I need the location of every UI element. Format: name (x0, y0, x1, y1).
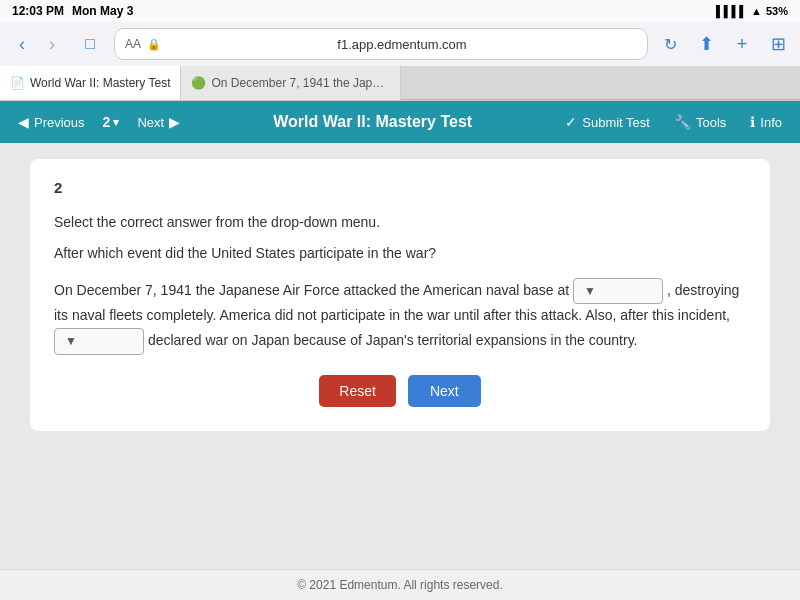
submit-icon: ✓ (565, 114, 577, 130)
info-label: Info (760, 115, 782, 130)
tab-switcher-button[interactable]: ⊞ (764, 30, 792, 58)
tools-label: Tools (696, 115, 726, 130)
reset-button[interactable]: Reset (319, 375, 396, 407)
tab2-label: On December 7, 1941 the Japanese Air For… (211, 76, 390, 90)
back-button[interactable]: ‹ (8, 30, 36, 58)
battery-icon: 53% (766, 5, 788, 17)
url-text: f1.app.edmentum.com (167, 37, 637, 52)
tools-button[interactable]: 🔧 Tools (664, 108, 736, 136)
signal-icon: ▌▌▌▌ (716, 5, 747, 17)
tab2-icon: 🟢 (191, 76, 206, 90)
status-time: 12:03 PM (12, 4, 64, 18)
question-number-selector[interactable]: 2 ▾ (95, 110, 128, 134)
footer: © 2021 Edmentum. All rights reserved. (0, 569, 800, 600)
previous-button[interactable]: ◀ Previous (8, 108, 95, 136)
next-button[interactable]: Next ▶ (127, 108, 190, 136)
page-title: World War II: Mastery Test (190, 113, 555, 131)
dropdown2-arrow-icon: ▼ (65, 331, 77, 351)
status-bar: 12:03 PM Mon May 3 ▌▌▌▌ ▲ 53% (0, 0, 800, 22)
next-icon: ▶ (169, 114, 180, 130)
question-number: 2 (54, 179, 746, 196)
forward-button[interactable]: › (38, 30, 66, 58)
info-icon: ℹ (750, 114, 755, 130)
question-num-value: 2 (103, 114, 111, 130)
question-body: On December 7, 1941 the Japanese Air For… (54, 278, 746, 355)
question-prompt: After which event did the United States … (54, 243, 746, 264)
footer-text: © 2021 Edmentum. All rights reserved. (297, 578, 503, 592)
status-icons: ▌▌▌▌ ▲ 53% (716, 5, 788, 17)
previous-icon: ◀ (18, 114, 29, 130)
text-before-dropdown1: On December 7, 1941 the Japanese Air For… (54, 282, 569, 298)
tab1-label: World War II: Mastery Test (30, 76, 170, 90)
browser-tabs: 📄 World War II: Mastery Test 🟢 On Decemb… (0, 66, 800, 100)
info-button[interactable]: ℹ Info (740, 108, 792, 136)
action-row: Reset Next (54, 375, 746, 407)
next-question-button[interactable]: Next (408, 375, 481, 407)
submit-test-button[interactable]: ✓ Submit Test (555, 108, 660, 136)
tab-article[interactable]: 🟢 On December 7, 1941 the Japanese Air F… (181, 66, 401, 100)
browser-toolbar: ‹ › □ AA 🔒 f1.app.edmentum.com ↻ ⬆ + ⊞ (0, 22, 800, 66)
share-button[interactable]: ⬆ (692, 30, 720, 58)
browser-chrome: ‹ › □ AA 🔒 f1.app.edmentum.com ↻ ⬆ + ⊞ 📄… (0, 22, 800, 101)
submit-label: Submit Test (582, 115, 650, 130)
tab-mastery-test[interactable]: 📄 World War II: Mastery Test (0, 66, 181, 100)
main-content: 2 Select the correct answer from the dro… (0, 143, 800, 600)
question-card: 2 Select the correct answer from the dro… (30, 159, 770, 431)
add-tab-button[interactable]: + (728, 30, 756, 58)
reload-button[interactable]: ↻ (656, 30, 684, 58)
next-label: Next (137, 115, 164, 130)
tools-icon: 🔧 (674, 114, 691, 130)
app-toolbar: ◀ Previous 2 ▾ Next ▶ World War II: Mast… (0, 101, 800, 143)
previous-label: Previous (34, 115, 85, 130)
dropdown1-arrow-icon: ▼ (584, 281, 596, 301)
tab1-icon: 📄 (10, 76, 25, 90)
status-date: Mon May 3 (72, 4, 133, 18)
wifi-icon: ▲ (751, 5, 762, 17)
bookmarks-button[interactable]: □ (74, 30, 106, 58)
text-size-label[interactable]: AA (125, 37, 141, 51)
lock-icon: 🔒 (147, 38, 161, 51)
text-after: declared war on Japan because of Japan's… (148, 332, 638, 348)
dropdown-2[interactable]: ▼ (54, 328, 144, 354)
dropdown-1[interactable]: ▼ (573, 278, 663, 304)
question-instruction: Select the correct answer from the drop-… (54, 212, 746, 233)
chevron-down-icon: ▾ (113, 116, 119, 129)
address-bar[interactable]: AA 🔒 f1.app.edmentum.com (114, 28, 648, 60)
